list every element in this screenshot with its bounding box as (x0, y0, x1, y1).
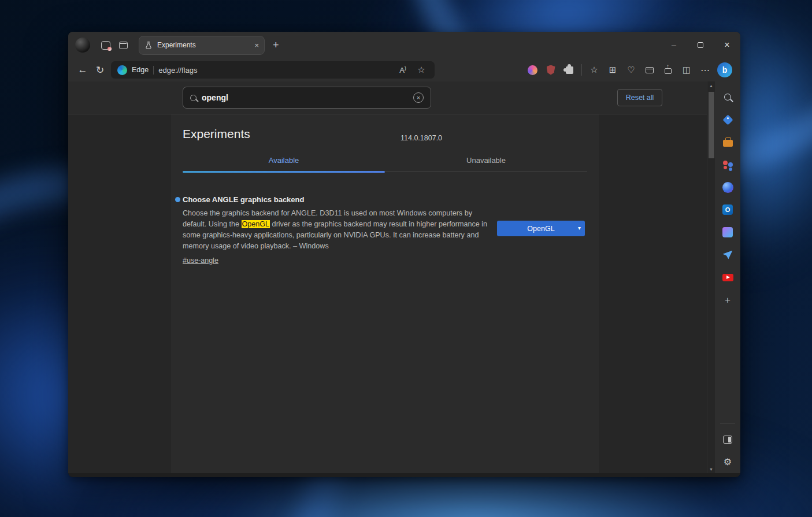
browser-window: Experiments × + – × ← ↻ Edge edge://flag… (68, 32, 740, 477)
tab-close-icon[interactable]: × (254, 42, 259, 49)
workspaces-icon (101, 41, 110, 50)
scroll-down-button[interactable]: ▼ (707, 465, 715, 473)
url-text[interactable]: edge://flags (158, 66, 391, 75)
sidebar-games-button[interactable] (721, 158, 734, 171)
minimize-button[interactable]: – (661, 32, 687, 58)
wallet-icon (646, 67, 654, 73)
tab-actions-icon (119, 42, 128, 49)
share-button[interactable] (662, 63, 674, 77)
browser-tab[interactable]: Experiments × (139, 36, 265, 55)
address-divider (153, 66, 154, 75)
puzzle-icon (566, 66, 573, 74)
tab-actions-button[interactable] (114, 36, 132, 54)
tag-icon (722, 114, 733, 125)
sidebar-m365-button[interactable] (721, 181, 734, 194)
scrollbar-track[interactable] (707, 90, 715, 465)
flags-search-box[interactable]: × (183, 87, 431, 109)
sidebar-panel-button[interactable] (721, 433, 734, 446)
read-aloud-button[interactable]: A) (396, 66, 410, 75)
plus-icon: + (725, 295, 731, 305)
extension-button[interactable] (526, 63, 539, 77)
sidebar-divider (720, 423, 735, 423)
browser-essentials-button[interactable]: ♡ (625, 63, 637, 77)
copilot-button[interactable]: b (717, 62, 732, 77)
favorites-button[interactable]: ☆ (588, 63, 600, 77)
flag-name: Choose ANGLE graphics backend (183, 195, 587, 204)
sidebar-youtube-button[interactable] (721, 271, 734, 284)
page-scrollbar[interactable]: ▲ ▼ (707, 81, 715, 473)
add-favorite-button[interactable]: ☆ (414, 65, 428, 75)
search-icon (190, 95, 196, 101)
reset-all-button[interactable]: Reset all (617, 89, 662, 106)
brand-label: Edge (132, 66, 149, 74)
scrollbar-thumb[interactable] (709, 92, 714, 158)
window-controls: – × (661, 32, 740, 58)
tab-available[interactable]: Available (183, 156, 385, 172)
sidebar-outlook-button[interactable]: O (721, 203, 734, 216)
clear-search-button[interactable]: × (413, 92, 424, 103)
flag-entry: Choose ANGLE graphics backend Choose the… (183, 195, 587, 265)
sidebar-search-button[interactable] (721, 91, 734, 103)
version-label: 114.0.1807.0 (401, 134, 442, 142)
dropdown-value: OpenGL (527, 225, 554, 233)
search-icon (724, 94, 731, 101)
sidebar-shopping-button[interactable] (721, 113, 734, 126)
youtube-icon (722, 274, 733, 281)
flags-heading-row: Experiments 114.0.1807.0 (171, 114, 599, 141)
profile-avatar[interactable] (75, 38, 90, 53)
flask-icon (144, 41, 153, 49)
sidebar-tools-button[interactable] (721, 136, 734, 148)
collections-button[interactable]: ⊞ (606, 63, 619, 77)
close-button[interactable]: × (714, 32, 740, 58)
browser-content: × Reset all Experiments 114.0.1807.0 Ava… (68, 81, 740, 473)
search-match-highlight: OpenGL (242, 220, 270, 228)
new-tab-button[interactable]: + (273, 40, 279, 50)
extensions-menu-button[interactable] (563, 63, 576, 77)
briefcase-icon (723, 140, 733, 147)
flags-search-input[interactable] (202, 93, 408, 102)
flags-search-strip: × Reset all (68, 81, 707, 114)
flags-content-column: Experiments 114.0.1807.0 Available Unava… (171, 114, 599, 473)
designer-icon (722, 227, 733, 237)
sidebar-settings-button[interactable]: ⚙ (721, 456, 734, 468)
gear-icon: ⚙ (724, 458, 732, 467)
back-button[interactable]: ← (74, 61, 91, 79)
chevron-down-icon: ▾ (578, 225, 581, 231)
flag-description: Choose the graphics backend for ANGLE. D… (183, 208, 488, 252)
sidebar-panel-icon (723, 436, 732, 444)
sidebar-drop-button[interactable] (721, 248, 734, 261)
wallet-button[interactable] (643, 63, 656, 77)
split-screen-button[interactable]: ◫ (680, 63, 693, 77)
tab-title: Experiments (157, 41, 250, 49)
toolbar-extensions-area: ☆ ⊞ ♡ ◫ ⋯ b (526, 62, 735, 77)
more-options-button[interactable]: ⋯ (699, 63, 711, 77)
titlebar: Experiments × + – × (68, 32, 740, 58)
angle-backend-dropdown[interactable]: OpenGL ▾ (497, 221, 585, 236)
star-icon: ☆ (417, 65, 425, 75)
clear-icon: × (417, 94, 420, 101)
flags-page: × Reset all Experiments 114.0.1807.0 Ava… (68, 81, 707, 473)
sphere-icon (722, 182, 733, 193)
flag-match-bullet (175, 197, 180, 202)
toolbar-divider (581, 64, 582, 76)
address-bar[interactable]: Edge edge://flags A) ☆ (111, 61, 435, 79)
sidebar-add-button[interactable]: + (721, 293, 734, 306)
maximize-button[interactable] (687, 32, 714, 58)
people-icon (722, 160, 733, 170)
navigation-toolbar: ← ↻ Edge edge://flags A) ☆ ☆ ⊞ ♡ (68, 58, 740, 81)
scroll-up-button[interactable]: ▲ (707, 81, 715, 90)
edge-logo-icon (117, 65, 127, 75)
workspaces-button[interactable] (97, 36, 114, 54)
page-title: Experiments (183, 127, 587, 141)
refresh-button[interactable]: ↻ (91, 61, 109, 79)
shield-icon (547, 65, 555, 75)
share-icon (665, 68, 672, 74)
desktop-wallpaper: Experiments × + – × ← ↻ Edge edge://flag… (0, 0, 812, 517)
edge-sidebar: O + ⚙ (715, 81, 740, 473)
flags-tabs: Available Unavailable (183, 156, 587, 172)
flag-anchor-link[interactable]: #use-angle (183, 256, 218, 265)
tab-unavailable[interactable]: Unavailable (385, 156, 587, 172)
paper-plane-icon (723, 251, 733, 259)
ublock-button[interactable] (544, 63, 557, 77)
sidebar-designer-button[interactable] (721, 226, 734, 239)
